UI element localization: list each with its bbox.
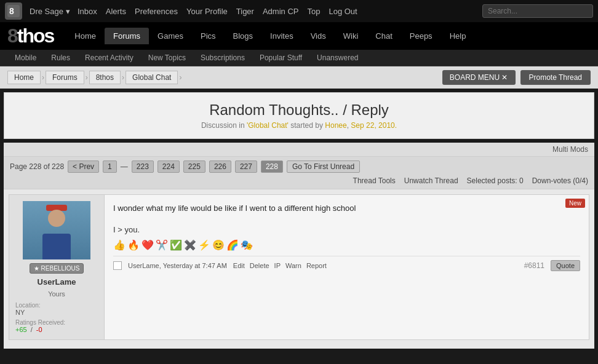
forum-link[interactable]: 'Global Chat' [247,121,289,130]
multi-mods-bar[interactable]: Multi Mods [4,143,594,157]
prev-page-button[interactable]: < Prev [68,160,99,173]
user-badge: ★ REBELLIOUS [30,263,84,274]
page-226-button[interactable]: 226 [209,160,231,173]
ip-action[interactable]: IP [274,262,281,269]
reaction-fire[interactable]: 🔥 [127,239,140,251]
post-info: Location: NY Ratings Received: +65 / -0 [15,301,98,333]
post-text: I wonder what my life would be like if I… [113,201,580,213]
date-link[interactable]: Sep 22, 2010. [351,121,397,130]
ratings-line: +65 / -0 [15,326,98,333]
nav-pics[interactable]: Pics [192,28,225,44]
post-timestamp: UserLame, Yesterday at 7:47 AM [128,262,227,269]
page-225-button[interactable]: 225 [183,160,205,173]
breadcrumb-arrow-3: › [121,73,126,82]
top-nav-logout[interactable]: Log Out [329,7,357,16]
subnav-unanswered[interactable]: Unanswered [309,50,365,66]
nav-blogs[interactable]: Blogs [225,28,262,44]
post-number: #6811 [524,261,544,270]
warn-action[interactable]: Warn [285,262,301,269]
dropdown-arrow-icon: ▾ [66,7,70,16]
top-nav-top[interactable]: Top [307,7,320,16]
reaction-lightning[interactable]: ⚡ [198,239,210,251]
nav-forums[interactable]: Forums [105,28,149,44]
edit-action[interactable]: Edit [233,262,245,269]
page-223-button[interactable]: 223 [132,160,154,173]
avatar-image [23,201,90,259]
started-by-text: started by [290,121,323,130]
reaction-thumbsup[interactable]: 👍 [113,239,126,251]
post-location: NY [15,309,98,316]
breadcrumb-home[interactable]: Home [7,71,41,84]
top-nav-your-profile[interactable]: Your Profile [186,7,228,16]
badge-label: REBELLIOUS [41,265,80,272]
breadcrumb-bar: Home › Forums › 8thos › Global Chat › BO… [0,66,598,89]
thread-title-area: Random Thoughts.. / Reply Discussion in … [4,92,594,139]
author-link[interactable]: Honee [325,121,346,130]
thread-tools-area: Thread Tools Unwatch Thread Selected pos… [353,176,588,185]
quote-button[interactable]: Quote [551,260,580,271]
nav-home[interactable]: Home [66,28,105,44]
reaction-masks[interactable]: 🎭 [241,239,253,251]
reaction-heart[interactable]: ❤️ [142,239,154,251]
reaction-scissors[interactable]: ✂️ [156,239,168,251]
post-actions: Edit Delete IP Warn Report [233,262,327,269]
unwatch-thread-button[interactable]: Unwatch Thread [404,176,458,185]
thread-tools-button[interactable]: Thread Tools [353,176,396,185]
top-nav-admin-cp[interactable]: Admin CP [263,7,299,16]
nav-wiki[interactable]: Wiki [335,28,367,44]
reaction-x[interactable]: ✖️ [184,239,196,251]
reaction-smile[interactable]: 😊 [212,239,225,251]
top-nav-preferences[interactable]: Preferences [135,7,178,16]
svg-text:8: 8 [9,6,14,16]
nav-games[interactable]: Games [149,28,192,44]
page-info: Page 228 of 228 [10,162,64,171]
subnav-popular-stuff[interactable]: Popular Stuff [252,50,309,66]
pagination-bar: Page 228 of 228 < Prev 1 — 223 224 225 2… [4,157,594,189]
site-header: 8thos Home Forums Games Pics Blogs Invit… [0,22,598,50]
reaction-icons: 👍 🔥 ❤️ ✂️ ✅ ✖️ ⚡ 😊 🌈 🎭 [113,239,580,251]
thread-subtitle: Discussion in 'Global Chat' started by H… [17,121,581,130]
nav-vids[interactable]: Vids [302,28,335,44]
subnav-new-topics[interactable]: New Topics [141,50,193,66]
page-1-button[interactable]: 1 [103,160,117,173]
breadcrumb-8thos[interactable]: 8thos [89,71,121,84]
reaction-check[interactable]: ✅ [170,239,182,251]
ratings-label: Ratings Received: [15,319,65,326]
nav-peeps[interactable]: Peeps [401,28,441,44]
breadcrumb-actions: BOARD MENU ✕ Promote Thread [442,70,591,85]
discussion-text: Discussion in [201,121,245,130]
avatar [23,201,90,259]
post-username[interactable]: UserLame [38,277,76,287]
reaction-rainbow[interactable]: 🌈 [226,239,239,251]
go-first-unread-button[interactable]: Go To First Unread [287,160,360,173]
username-dropdown[interactable]: Dre Sage ▾ [30,7,70,16]
page-228-button[interactable]: 228 [261,160,283,173]
subnav-subscriptions[interactable]: Subscriptions [193,50,252,66]
report-action[interactable]: Report [306,262,327,269]
thread-title: Random Thoughts.. / Reply [17,101,581,119]
subnav-mobile[interactable]: Mobile [7,50,44,66]
top-nav-inbox[interactable]: Inbox [78,7,97,16]
subnav-rules[interactable]: Rules [44,50,78,66]
nav-help[interactable]: Help [441,28,475,44]
top-nav-tiger[interactable]: Tiger [236,7,254,16]
breadcrumb-arrow-1: › [41,73,46,82]
subnav-recent-activity[interactable]: Recent Activity [78,50,141,66]
badge-icon: ★ [34,265,39,272]
breadcrumb-forums[interactable]: Forums [46,71,84,84]
top-nav-alerts[interactable]: Alerts [106,7,126,16]
delete-action[interactable]: Delete [250,262,269,269]
page-227-button[interactable]: 227 [235,160,257,173]
page-224-button[interactable]: 224 [157,160,180,173]
logo-name: thos [17,25,54,47]
search-input[interactable] [482,4,593,18]
post-checkbox[interactable] [113,261,122,270]
site-logo[interactable]: 8thos [7,25,54,47]
posts-area: ★ REBELLIOUS UserLame Yours Location: NY… [4,189,594,349]
nav-chat[interactable]: Chat [367,28,401,44]
post-sidebar: ★ REBELLIOUS UserLame Yours Location: NY… [9,195,105,339]
board-menu-button[interactable]: BOARD MENU ✕ [442,70,516,85]
promote-thread-button[interactable]: Promote Thread [520,70,591,85]
nav-invites[interactable]: Invites [261,28,302,44]
breadcrumb-global-chat[interactable]: Global Chat [126,71,178,84]
